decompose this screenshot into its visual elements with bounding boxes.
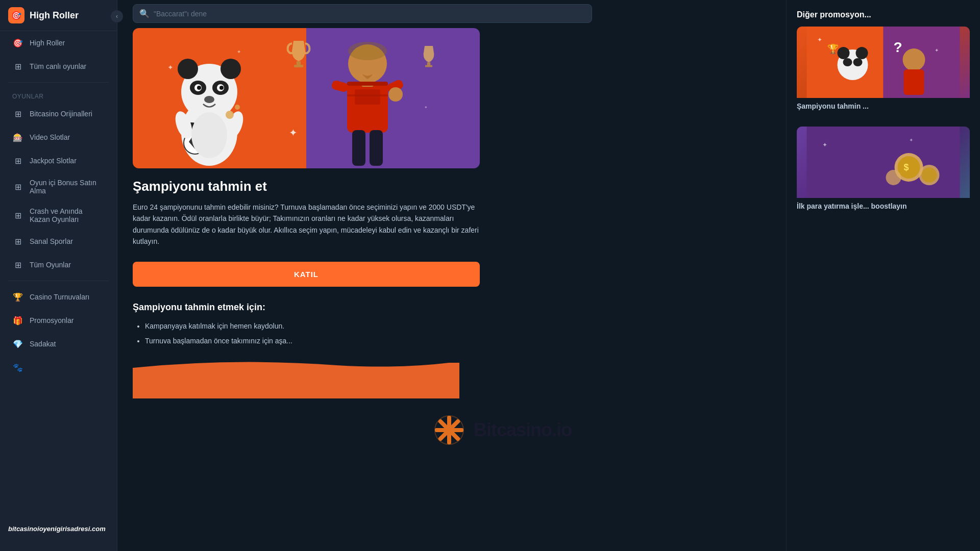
- search-icon: 🔍: [139, 9, 150, 18]
- sidebar-footer: bitcasinoioyenigirisadresi.com: [0, 517, 117, 541]
- orange-wave-container: [133, 358, 592, 398]
- content-area: 🔍 ✦ ✦ ✦ ✦ ? ✦ • ✦: [117, 0, 980, 551]
- page-wrapper: ✦ ✦ ✦ ✦ ? ✦ • ✦: [117, 23, 607, 467]
- search-input[interactable]: [154, 10, 585, 18]
- sidebar-item-high-roller[interactable]: 🎯 High Roller: [4, 32, 113, 54]
- loyalty-icon: 💎: [12, 338, 23, 349]
- instruction-item-1: Kampanyaya katılmak için hemen kaydolun.: [145, 320, 592, 333]
- all-games-icon: ⊞: [12, 259, 23, 270]
- promo-card-2-label: İlk para yatırma işle... boostlayın: [797, 202, 970, 210]
- promo-card-2[interactable]: ✦ ✦ $ İlk para yatırma işle... boostlayı…: [797, 127, 970, 218]
- bitcasino-logo-text: Bitcasino.io: [474, 419, 572, 441]
- sidebar-item-jackpot[interactable]: ⊞ Jackpot Slotlar: [4, 150, 113, 171]
- high-roller-icon: 🎯: [12, 37, 23, 48]
- sidebar-header: 🎯 High Roller: [0, 0, 117, 31]
- promo-card-2-image: ✦ ✦ $: [797, 127, 970, 198]
- svg-rect-33: [425, 65, 432, 67]
- cup-decoration: [419, 43, 439, 69]
- sidebar-item-label: High Roller: [30, 39, 65, 47]
- sidebar-divider: [8, 82, 109, 83]
- promo-title: Şampiyonu tahmin et: [133, 179, 592, 194]
- panda-character: [158, 36, 260, 168]
- sidebar-item-all-live[interactable]: ⊞ Tüm canlı oyunlar: [4, 56, 113, 77]
- svg-point-49: [903, 48, 925, 71]
- svg-text:?: ?: [894, 39, 902, 55]
- sidebar-item-label: Promosyonlar: [30, 316, 74, 324]
- sidebar-item-loyalty[interactable]: 💎 Sadakat: [4, 333, 113, 355]
- originals-icon: ⊞: [12, 108, 23, 119]
- svg-text:✦: ✦: [909, 137, 913, 143]
- sidebar-item-label: Bitcasino Orijinalleri: [30, 110, 92, 118]
- promotions-icon: 🎁: [12, 315, 23, 326]
- svg-point-48: [853, 58, 863, 66]
- hero-banner: ✦ ✦ ✦ ✦ ? ✦ • ✦: [133, 28, 480, 168]
- sidebar-item-other[interactable]: 🐾: [4, 357, 113, 378]
- svg-rect-22: [331, 80, 349, 93]
- logo-icon: 🎯: [8, 7, 24, 23]
- svg-point-60: [922, 167, 937, 183]
- svg-text:🏆: 🏆: [827, 43, 839, 55]
- svg-text:$: $: [904, 162, 909, 172]
- svg-rect-31: [294, 65, 303, 67]
- instructions-list: Kampanyaya katılmak için hemen kaydolun.…: [133, 320, 592, 347]
- sidebar-divider-2: [8, 281, 109, 281]
- svg-rect-29: [347, 94, 388, 96]
- promo-description: Euro 24 şampiyonunu tahmin edebilir misi…: [133, 202, 480, 247]
- sidebar-item-label: Tüm Oyunlar: [30, 261, 71, 269]
- promo-card-1-image: ✦ ✦ ? 🏆: [797, 27, 970, 98]
- sidebar-collapse-button[interactable]: ‹: [111, 10, 123, 22]
- svg-point-61: [886, 170, 901, 185]
- search-bar-container: 🔍: [133, 4, 592, 23]
- tournaments-icon: 🏆: [12, 291, 23, 303]
- svg-rect-50: [904, 69, 924, 95]
- other-icon: 🐾: [12, 362, 23, 373]
- svg-point-39: [445, 426, 453, 434]
- sidebar: ‹ 🎯 High Roller 🎯 High Roller ⊞ Tüm canl…: [0, 0, 117, 551]
- footer-url: bitcasinoioyenigirisadresi.com: [0, 521, 117, 537]
- in-game-bonus-icon: ⊞: [12, 181, 23, 192]
- svg-rect-21: [355, 89, 380, 105]
- svg-point-46: [856, 47, 868, 59]
- instructions-title: Şampiyonu tahmin etmek için:: [133, 302, 592, 313]
- svg-point-2: [178, 59, 198, 79]
- all-live-icon: ⊞: [12, 61, 23, 72]
- orange-wave: [133, 358, 459, 398]
- promo-card-1-label: Şampiyonu tahmin ...: [797, 102, 970, 110]
- sidebar-item-virtual-sports[interactable]: ⊞ Sanal Sporlar: [4, 231, 113, 252]
- promo-card-1[interactable]: ✦ ✦ ? 🏆 Şampiyonu tahmin .: [797, 27, 970, 118]
- svg-point-19: [348, 42, 387, 60]
- sidebar-item-label: Sadakat: [30, 340, 56, 348]
- instruction-item-2: Turnuva başlamadan önce takımınız için a…: [145, 335, 592, 347]
- sidebar-item-label: Crash ve Anında Kazan Oyunları: [30, 207, 105, 223]
- sidebar-item-crash[interactable]: ⊞ Crash ve Anında Kazan Oyunları: [4, 202, 113, 229]
- sidebar-item-tournaments[interactable]: 🏆 Casino Turnuvaları: [4, 286, 113, 308]
- svg-rect-27: [370, 130, 383, 166]
- sidebar-item-label: Casino Turnuvaları: [30, 293, 90, 301]
- promo-card-1-graphic: ✦ ✦ ? 🏆: [797, 27, 970, 98]
- svg-point-9: [219, 86, 224, 90]
- video-slots-icon: 🎰: [12, 132, 23, 143]
- sidebar-item-in-game-bonus[interactable]: ⊞ Oyun içi Bonus Satın Alma: [4, 173, 113, 200]
- athlete-character: [316, 36, 419, 168]
- sidebar-title: High Roller: [30, 10, 79, 21]
- right-panel-title: Diğer promosyon...: [797, 10, 970, 19]
- join-button[interactable]: KATIL: [133, 262, 480, 287]
- bitcasino-logo-mark: [433, 414, 465, 446]
- svg-point-24: [388, 87, 403, 102]
- svg-text:✦: ✦: [935, 47, 939, 53]
- promo-card-2-graphic: ✦ ✦ $: [797, 127, 970, 198]
- sidebar-item-video-slots[interactable]: 🎰 Video Slotlar: [4, 127, 113, 148]
- svg-point-10: [204, 96, 214, 103]
- svg-point-47: [843, 58, 852, 66]
- sidebar-item-label: Jackpot Slotlar: [30, 157, 77, 165]
- jackpot-icon: ⊞: [12, 155, 23, 166]
- bitcasino-logo-area: Bitcasino.io: [133, 414, 592, 446]
- sidebar-item-promotions[interactable]: 🎁 Promosyonlar: [4, 310, 113, 331]
- sidebar-item-originals[interactable]: ⊞ Bitcasino Orijinalleri: [4, 103, 113, 124]
- sidebar-item-all-games[interactable]: ⊞ Tüm Oyunlar: [4, 254, 113, 276]
- svg-point-16: [226, 111, 234, 119]
- sidebar-item-label: Tüm canlı oyunlar: [30, 62, 86, 70]
- svg-point-15: [191, 112, 227, 158]
- svg-rect-53: [807, 127, 960, 198]
- games-section-label: Oyunlar: [0, 87, 117, 102]
